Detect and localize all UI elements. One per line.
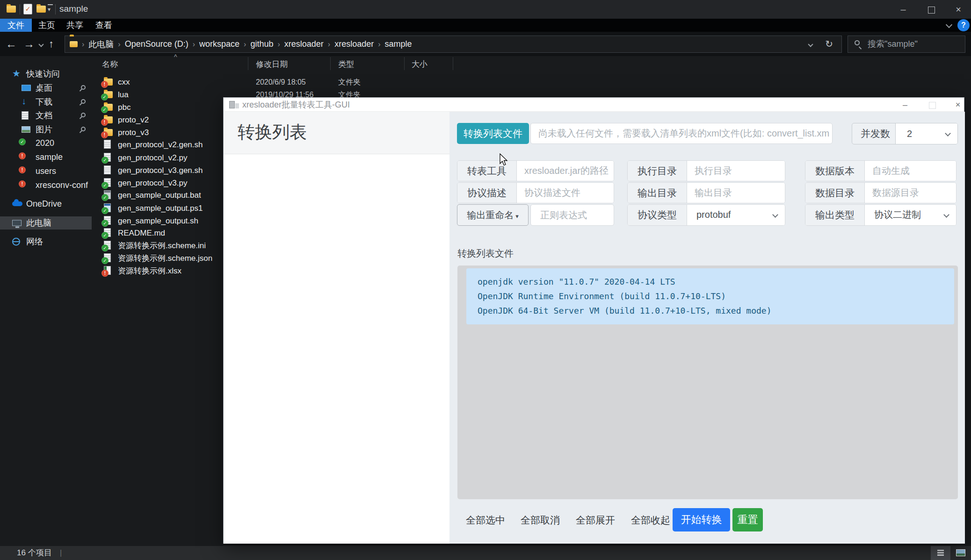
dialog-close-button[interactable]: × <box>946 98 970 112</box>
recent-locations-icon[interactable] <box>38 42 43 47</box>
convert-list-file-input[interactable]: 尚未载入任何文件，需要载入清单列表的xml文件(比如: convert_list… <box>530 123 833 144</box>
sidebar-item-quick-access[interactable]: ★ 快速访问 <box>0 67 92 80</box>
tab-file[interactable]: 文件 <box>0 19 32 32</box>
out-type-field-group: 输出类型 协议二进制 <box>805 204 957 226</box>
ini-file-icon <box>104 241 111 250</box>
up-button[interactable]: ↑ <box>49 32 54 56</box>
tab-share[interactable]: 共享 <box>63 19 87 32</box>
data-version-field-group: 数据版本 自动生成 <box>805 160 957 181</box>
quick-access-customize-icon[interactable]: ▾ <box>48 6 51 13</box>
forward-button[interactable]: → <box>23 32 35 56</box>
dialog-minimize-button[interactable]: – <box>893 98 917 112</box>
picture-icon <box>22 126 30 133</box>
collapse-all-link[interactable]: 全部收起 <box>631 514 670 527</box>
sidebar-item-users[interactable]: users <box>0 165 92 178</box>
python-file-icon <box>104 153 111 162</box>
output-rename-input[interactable]: 正则表达式 <box>530 204 614 226</box>
breadcrumb-separator-icon: › <box>114 40 124 49</box>
window-title: sample <box>59 4 88 14</box>
convert-list-file-placeholder: 尚未载入任何文件，需要载入清单列表的xml文件(比如: convert_list… <box>538 123 829 144</box>
explorer-app-folder-icon <box>7 6 16 13</box>
sidebar-item-network[interactable]: 网络 <box>0 235 92 248</box>
out-dir-input[interactable]: 输出目录 <box>687 183 785 203</box>
dialog-maximize-button[interactable] <box>920 98 944 112</box>
details-view-button[interactable] <box>931 546 950 560</box>
column-header-size[interactable]: 大小 <box>412 58 428 71</box>
proto-desc-label: 协议描述 <box>457 183 517 203</box>
batch-file-icon <box>104 190 111 199</box>
folder-icon <box>104 129 113 136</box>
out-type-label: 输出类型 <box>805 205 865 225</box>
sidebar-item-sample[interactable]: sample <box>0 151 92 164</box>
minimize-button[interactable]: – <box>890 0 917 19</box>
sidebar-item-xresconv-conf[interactable]: xresconv-conf <box>0 179 92 192</box>
sort-ascending-icon[interactable]: ^ <box>174 53 177 61</box>
select-all-link[interactable]: 全部选中 <box>466 514 505 527</box>
address-dropdown-icon[interactable] <box>808 42 813 47</box>
tab-home[interactable]: 主页 <box>35 19 59 32</box>
search-input[interactable]: 搜索"sample" <box>848 36 965 53</box>
console-line: openjdk version "11.0.7" 2020-04-14 LTS <box>478 274 954 289</box>
python-file-icon <box>104 178 111 187</box>
column-header-type[interactable]: 类型 <box>338 58 354 71</box>
refresh-icon[interactable]: ↻ <box>825 36 833 52</box>
titlebar-divider <box>55 4 56 14</box>
output-rename-button[interactable]: 输出重命名▾ <box>457 204 529 226</box>
tab-view[interactable]: 查看 <box>92 19 116 32</box>
pin-icon <box>79 127 85 133</box>
breadcrumb-xresloader-2[interactable]: xresloader <box>334 39 374 49</box>
breadcrumb-separator-icon: › <box>374 40 384 49</box>
breadcrumb-sample[interactable]: sample <box>385 39 412 49</box>
exec-dir-input[interactable]: 执行目录 <box>687 161 785 181</box>
table-row[interactable]: cxx 2020/6/9 18:05 文件夹 <box>92 76 447 88</box>
proto-type-select[interactable]: protobuf <box>687 205 785 225</box>
address-bar[interactable]: › 此电脑 › OpenSource (D:) › workspace › gi… <box>65 36 842 53</box>
breadcrumb-drive[interactable]: OpenSource (D:) <box>125 39 188 49</box>
breadcrumb-workspace[interactable]: workspace <box>199 39 239 49</box>
sidebar-item-pictures[interactable]: 图片 <box>0 123 92 136</box>
back-button[interactable]: ← <box>6 32 17 56</box>
load-convert-list-button[interactable]: 转换列表文件 <box>457 123 529 144</box>
shell-script-file-icon <box>104 165 111 174</box>
sidebar-item-desktop[interactable]: 桌面 <box>0 81 92 94</box>
folder-icon <box>104 79 113 86</box>
quick-access-new-folder-icon[interactable] <box>36 6 46 13</box>
sidebar-item-downloads[interactable]: ↓ 下载 <box>0 95 92 108</box>
tool-input[interactable]: xresloader.jar的路径 <box>517 161 614 181</box>
ribbon-expand-icon[interactable] <box>946 22 952 28</box>
exec-dir-label: 执行目录 <box>628 161 687 181</box>
start-convert-button[interactable]: 开始转换 <box>673 508 730 531</box>
panel-heading: 转换列表 <box>238 121 307 144</box>
breadcrumb-xresloader[interactable]: xresloader <box>284 39 324 49</box>
sidebar-item-onedrive[interactable]: OneDrive <box>0 197 92 210</box>
column-header-date[interactable]: 修改日期 <box>256 58 288 71</box>
deselect-all-link[interactable]: 全部取消 <box>521 514 560 527</box>
help-icon[interactable]: ? <box>957 19 970 31</box>
breadcrumb-this-pc[interactable]: 此电脑 <box>88 39 114 50</box>
exec-dir-field-group: 执行目录 执行目录 <box>627 160 785 181</box>
breadcrumb-github[interactable]: github <box>250 39 273 49</box>
sidebar-item-this-pc[interactable]: 此电脑 <box>0 216 92 230</box>
column-header-name[interactable]: 名称 <box>102 58 118 71</box>
close-button[interactable]: × <box>945 0 971 19</box>
items-count: 16 个项目 <box>17 546 52 560</box>
proto-desc-input[interactable]: 协议描述文件 <box>517 183 614 203</box>
folder-icon <box>104 91 113 98</box>
dropdown-icon: ▾ <box>515 213 519 220</box>
data-dir-input[interactable]: 数据源目录 <box>865 183 956 203</box>
quick-access-properties-icon[interactable]: ✓ <box>23 4 32 14</box>
thumbnail-view-button[interactable] <box>951 546 969 560</box>
data-dir-field-group: 数据目录 数据源目录 <box>805 182 957 203</box>
out-type-select[interactable]: 协议二进制 <box>865 205 956 225</box>
expand-all-link[interactable]: 全部展开 <box>576 514 615 527</box>
tool-field-group: 转表工具 xresloader.jar的路径 <box>457 160 614 181</box>
sidebar-item-documents[interactable]: 文档 <box>0 109 92 122</box>
concurrency-select[interactable]: 2 <box>895 123 957 144</box>
console-line: OpenJDK Runtime Environment (build 11.0.… <box>478 289 954 303</box>
data-version-input[interactable]: 自动生成 <box>865 161 956 181</box>
dialog-title: xresloader批量转表工具-GUI <box>242 98 350 112</box>
reset-button[interactable]: 重置 <box>732 508 763 531</box>
dialog-titlebar[interactable]: xresloader批量转表工具-GUI – × <box>224 98 964 112</box>
sidebar-item-2020[interactable]: 2020 <box>0 136 92 150</box>
network-globe-icon <box>12 238 20 246</box>
